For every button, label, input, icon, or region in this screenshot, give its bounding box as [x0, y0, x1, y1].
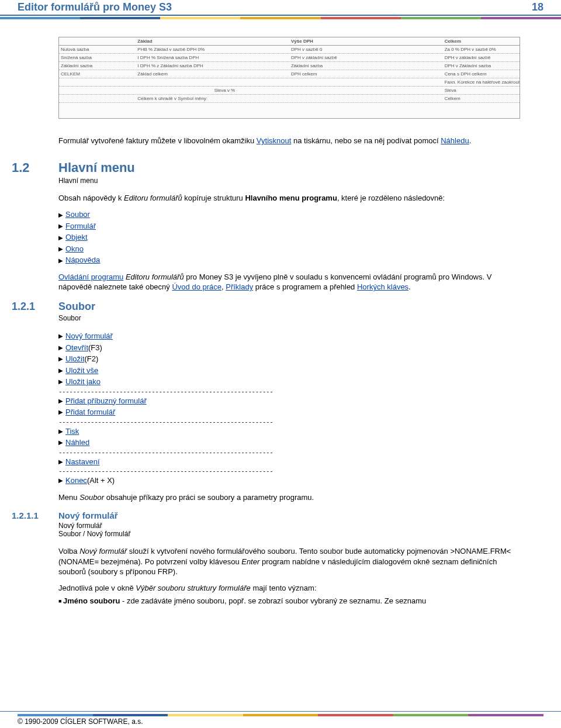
section-1-2-1-1-subtitle-2: Soubor / Nový formulář [58, 530, 520, 538]
footer-color-bar [18, 714, 543, 716]
menu-separator: ----------------------------------------… [58, 448, 304, 456]
page-number: 18 [532, 1, 543, 13]
section-title: Nový formulář [58, 510, 118, 520]
arrow-icon: ▶ [58, 377, 63, 386]
section-1-2-intro: Obsah nápovědy k Editoru formulářů kopír… [58, 193, 520, 203]
section-1-2-heading: 1.2 Hlavní menu [58, 160, 520, 175]
menu-link[interactable]: Uložit vše [65, 365, 98, 377]
section-1-2-1-1-subtitle-1: Nový formulář [58, 522, 520, 530]
section-1-2-1-1-heading: 1.2.1.1 Nový formulář [58, 510, 520, 520]
arrow-icon: ▶ [58, 476, 63, 485]
arrow-icon: ▶ [58, 457, 63, 466]
soubor-menu-item: ▶Tisk [58, 426, 520, 437]
menu-shortcut: (F2) [85, 353, 99, 365]
main-menu-item: ▶Nápověda [58, 254, 520, 266]
arrow-icon: ▶ [58, 244, 63, 253]
arrow-icon: ▶ [58, 343, 63, 352]
menu-link[interactable]: Nový formulář [65, 330, 113, 342]
link-uvod-do-prace[interactable]: Úvod do práce [172, 282, 221, 291]
menu-link[interactable]: Soubor [65, 209, 90, 220]
menu-link[interactable]: Okno [65, 243, 84, 255]
screenshot-row: Sleva v %Sleva [59, 87, 520, 95]
soubor-menu-item: ▶Náhled [58, 437, 520, 448]
soubor-menu-item: ▶Uložit vše [58, 365, 520, 377]
menu-shortcut: (Alt + X) [87, 475, 115, 487]
screenshot-row: CELKEMZáklad celkemDPH celkemCena s DPH … [59, 70, 520, 78]
link-ovladani-programu[interactable]: Ovládání programu [58, 272, 123, 281]
content-area: Základ Výše DPH Celkem Nulová sazbaPHB %… [0, 19, 561, 622]
menu-separator: ----------------------------------------… [58, 467, 304, 475]
soubor-menu-item: ▶Přidat formulář [58, 406, 520, 418]
soubor-menu-item: ▶Nastavení [58, 456, 520, 468]
arrow-icon: ▶ [58, 211, 63, 219]
page-footer: © 1990-2009 CÍGLER SOFTWARE, a.s. [0, 711, 561, 728]
soubor-menu-item: ▶Uložit jako [58, 376, 520, 388]
menu-separator: ----------------------------------------… [58, 388, 304, 395]
soubor-menu-list: ▶Nový formulář▶Otevřít (F3)▶Uložit (F2)▶… [58, 330, 520, 487]
bullet-jmeno-souboru: Jméno souboru - zde zadáváte jméno soubo… [58, 596, 520, 605]
section-title: Soubor [58, 301, 95, 313]
screenshot-row: Nulová sazbaPHB % Základ v sazbě DPH 0%D… [59, 46, 520, 54]
section-1-2-subtitle: Hlavní menu [58, 177, 520, 185]
arrow-icon: ▶ [58, 427, 63, 436]
main-menu-item: ▶Okno [58, 243, 520, 255]
novy-formular-para2: Jednotlivá pole v okně Výběr souboru str… [58, 583, 520, 594]
link-nahledu[interactable]: Náhledu [441, 136, 469, 145]
menu-link[interactable]: Konec [65, 475, 87, 487]
screenshot-row: Snížená sazbaI DPH % Snížená sazba DPHDP… [59, 54, 520, 62]
sample-form-screenshot: Základ Výše DPH Celkem Nulová sazbaPHB %… [58, 37, 520, 119]
menu-link[interactable]: Uložit [65, 353, 85, 365]
soubor-desc: Menu Soubor obsahuje příkazy pro práci s… [58, 492, 520, 503]
arrow-icon: ▶ [58, 222, 63, 230]
soubor-menu-item: ▶Přidat příbuzný formulář [58, 395, 520, 407]
arrow-icon: ▶ [58, 366, 63, 375]
soubor-menu-item: ▶Konec (Alt + X) [58, 475, 520, 487]
screenshot-row: Faxn. Korekce na haléřové zaokrouh. [59, 78, 520, 87]
section-number: 1.2 [12, 160, 58, 175]
link-vytisknout[interactable]: Vytisknout [257, 136, 292, 145]
main-menu-list: ▶Soubor▶Formulář▶Objekt▶Okno▶Nápověda [58, 209, 520, 266]
section-1-2-1-subtitle: Soubor [58, 314, 520, 322]
soubor-menu-item: ▶Uložit (F2) [58, 353, 520, 365]
soubor-menu-item: ▶Nový formulář [58, 330, 520, 342]
section-1-2-closing: Ovládání programu Editoru formulářů pro … [58, 272, 520, 292]
section-1-2-1-heading: 1.2.1 Soubor [58, 301, 520, 313]
menu-link[interactable]: Přidat formulář [65, 406, 115, 418]
menu-link[interactable]: Objekt [65, 232, 88, 243]
page-header: Editor formulářů pro Money S3 18 [0, 0, 561, 16]
novy-formular-para1: Volba Nový formulář slouží k vytvoření n… [58, 546, 520, 577]
main-menu-item: ▶Soubor [58, 209, 520, 220]
section-number: 1.2.1 [12, 301, 58, 313]
menu-link[interactable]: Tisk [65, 426, 79, 437]
screenshot-row: Celkem k úhradě v Symbol měny:Celkem [59, 95, 520, 103]
arrow-icon: ▶ [58, 332, 63, 340]
menu-link[interactable]: Přidat příbuzný formulář [65, 395, 147, 407]
copyright-text: © 1990-2009 CÍGLER SOFTWARE, a.s. [18, 717, 543, 726]
arrow-icon: ▶ [58, 233, 63, 242]
menu-link[interactable]: Nastavení [65, 456, 100, 468]
screenshot-row: Základní sazbaI DPH % z Základní sazba D… [59, 62, 520, 70]
menu-link[interactable]: Nápověda [65, 254, 100, 266]
novy-formular-bullets: Jméno souboru - zde zadáváte jméno soubo… [58, 596, 520, 605]
menu-link[interactable]: Náhled [65, 437, 89, 448]
menu-link[interactable]: Uložit jako [65, 376, 101, 388]
arrow-icon: ▶ [58, 354, 63, 363]
section-number: 1.2.1.1 [12, 510, 58, 520]
menu-link[interactable]: Formulář [65, 220, 96, 232]
arrow-icon: ▶ [58, 396, 63, 405]
intro-paragraph: Formulář vytvořené faktury můžete v libo… [58, 136, 520, 146]
main-menu-item: ▶Objekt [58, 232, 520, 243]
screenshot-header-row: Základ Výše DPH Celkem [59, 37, 520, 46]
link-priklady[interactable]: Příklady [226, 282, 253, 291]
main-menu-item: ▶Formulář [58, 220, 520, 232]
arrow-icon: ▶ [58, 256, 63, 265]
page-title: Editor formulářů pro Money S3 [18, 0, 172, 15]
section-title: Hlavní menu [58, 160, 135, 175]
menu-separator: ----------------------------------------… [58, 418, 304, 426]
arrow-icon: ▶ [58, 438, 63, 447]
link-horkych-klaves[interactable]: Horkých kláves [357, 282, 408, 291]
header-color-bar [0, 17, 561, 19]
menu-link[interactable]: Otevřít [65, 342, 88, 354]
menu-shortcut: (F3) [88, 342, 102, 354]
arrow-icon: ▶ [58, 408, 63, 416]
